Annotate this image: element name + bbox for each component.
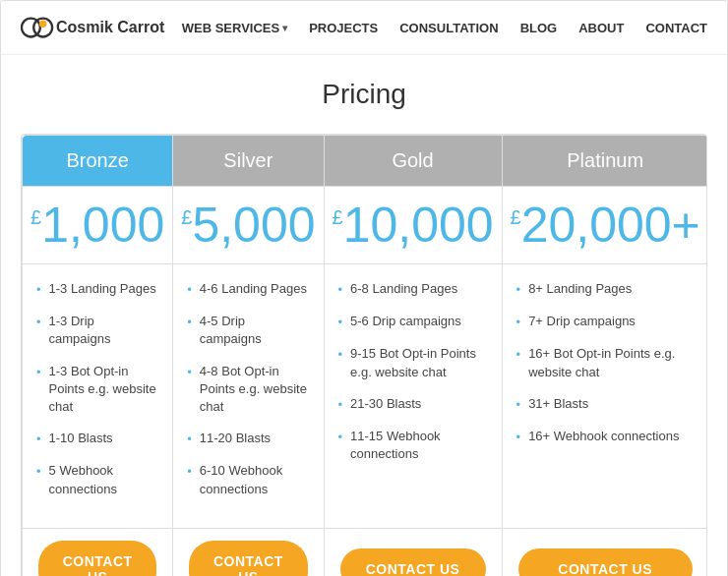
bullet-icon: • <box>516 429 521 446</box>
list-item: • 4-6 Landing Pages <box>187 280 309 299</box>
list-item: • 21-30 Blasts <box>338 395 488 414</box>
list-item: • 11-20 Blasts <box>187 430 309 448</box>
svg-point-2 <box>39 20 47 28</box>
bullet-icon: • <box>516 281 521 299</box>
list-item: • 6-10 Webhook connections <box>187 462 309 497</box>
bullet-icon: • <box>36 314 41 331</box>
price-row: £1,000 £5,000 £10,000 <box>23 187 708 264</box>
page-wrapper: Cosmik Carrot WEB SERVICES ▾ PROJECTS CO… <box>0 0 728 576</box>
list-item: • 5-6 Drip campaigns <box>338 313 488 331</box>
plan-header-row: Bronze Silver Gold Platinum <box>23 136 708 187</box>
bullet-icon: • <box>187 364 192 381</box>
header: Cosmik Carrot WEB SERVICES ▾ PROJECTS CO… <box>1 1 727 55</box>
bullet-icon: • <box>516 314 521 331</box>
logo-icon <box>21 11 54 44</box>
logo-text: Cosmik Carrot <box>56 19 164 36</box>
contact-us-button-platinum[interactable]: CONTACT US <box>518 548 693 576</box>
price-platinum: £20,000+ <box>502 187 707 264</box>
bullet-icon: • <box>338 346 343 364</box>
cta-gold: CONTACT US <box>324 528 502 576</box>
nav-consultation[interactable]: CONSULTATION <box>399 21 498 35</box>
cta-row: CONTACT US CONTACT US CONTACT US CONTACT… <box>23 528 708 576</box>
list-item: • 16+ Webhook connections <box>516 428 695 446</box>
bullet-icon: • <box>338 281 343 299</box>
bullet-icon: • <box>36 364 41 381</box>
bullet-icon: • <box>36 281 41 299</box>
price-silver: £5,000 <box>173 187 324 264</box>
list-item: • 6-8 Landing Pages <box>338 280 488 299</box>
plan-header-gold: Gold <box>324 136 502 187</box>
list-item: • 1-3 Bot Opt-in Points e.g. website cha… <box>36 363 158 417</box>
main-nav: WEB SERVICES ▾ PROJECTS CONSULTATION BLO… <box>182 21 707 35</box>
bullet-icon: • <box>187 281 192 299</box>
nav-web-services[interactable]: WEB SERVICES ▾ <box>182 21 287 35</box>
nav-projects[interactable]: PROJECTS <box>309 21 378 35</box>
bullet-icon: • <box>36 463 41 481</box>
main-content: Pricing Bronze Silver Gold Platinum <box>1 55 727 576</box>
contact-us-button-bronze[interactable]: CONTACT US <box>38 541 156 576</box>
list-item: • 1-3 Drip campaigns <box>36 313 158 348</box>
bullet-icon: • <box>338 396 343 414</box>
plan-header-silver: Silver <box>173 136 324 187</box>
pricing-grid: Bronze Silver Gold Platinum <box>22 135 707 576</box>
list-item: • 16+ Bot Opt-in Points e.g. website cha… <box>516 345 695 380</box>
features-silver: • 4-6 Landing Pages • 4-5 Drip campaigns… <box>173 264 324 529</box>
bullet-icon: • <box>516 346 521 364</box>
bullet-icon: • <box>338 429 343 446</box>
bullet-icon: • <box>36 431 41 448</box>
cta-platinum: CONTACT US <box>502 528 707 576</box>
list-item: • 4-5 Drip campaigns <box>187 313 309 348</box>
plan-header-bronze: Bronze <box>23 136 173 187</box>
list-item: • 1-10 Blasts <box>36 430 158 448</box>
features-row: • 1-3 Landing Pages • 1-3 Drip campaigns… <box>23 264 708 529</box>
list-item: • 7+ Drip campaigns <box>516 313 695 331</box>
list-item: • 9-15 Bot Opt-in Points e.g. website ch… <box>338 345 488 380</box>
list-item: • 31+ Blasts <box>516 395 695 414</box>
bullet-icon: • <box>187 463 192 481</box>
list-item: • 4-8 Bot Opt-in Points e.g. website cha… <box>187 363 309 417</box>
features-bronze: • 1-3 Landing Pages • 1-3 Drip campaigns… <box>23 264 173 529</box>
list-item: • 1-3 Landing Pages <box>36 280 158 299</box>
logo[interactable]: Cosmik Carrot <box>21 11 164 44</box>
nav-blog[interactable]: BLOG <box>520 21 558 35</box>
page-title: Pricing <box>21 79 707 110</box>
features-gold: • 6-8 Landing Pages • 5-6 Drip campaigns… <box>324 264 502 529</box>
bullet-icon: • <box>187 431 192 448</box>
price-gold: £10,000 <box>324 187 502 264</box>
nav-contact[interactable]: CONTACT <box>645 21 707 35</box>
contact-us-button-gold[interactable]: CONTACT US <box>340 548 486 576</box>
list-item: • 11-15 Webhook connections <box>338 428 488 463</box>
plan-header-platinum: Platinum <box>502 136 707 187</box>
chevron-down-icon: ▾ <box>282 23 287 33</box>
bullet-icon: • <box>338 314 343 331</box>
list-item: • 5 Webhook connections <box>36 462 158 497</box>
bullet-icon: • <box>516 396 521 414</box>
list-item: • 8+ Landing Pages <box>516 280 695 299</box>
price-bronze: £1,000 <box>23 187 173 264</box>
nav-about[interactable]: ABOUT <box>578 21 624 35</box>
features-platinum: • 8+ Landing Pages • 7+ Drip campaigns •… <box>502 264 707 529</box>
contact-us-button-silver[interactable]: CONTACT US <box>189 541 307 576</box>
cta-bronze: CONTACT US <box>23 528 173 576</box>
bullet-icon: • <box>187 314 192 331</box>
pricing-table: Bronze Silver Gold Platinum <box>21 134 707 576</box>
cta-silver: CONTACT US <box>173 528 324 576</box>
